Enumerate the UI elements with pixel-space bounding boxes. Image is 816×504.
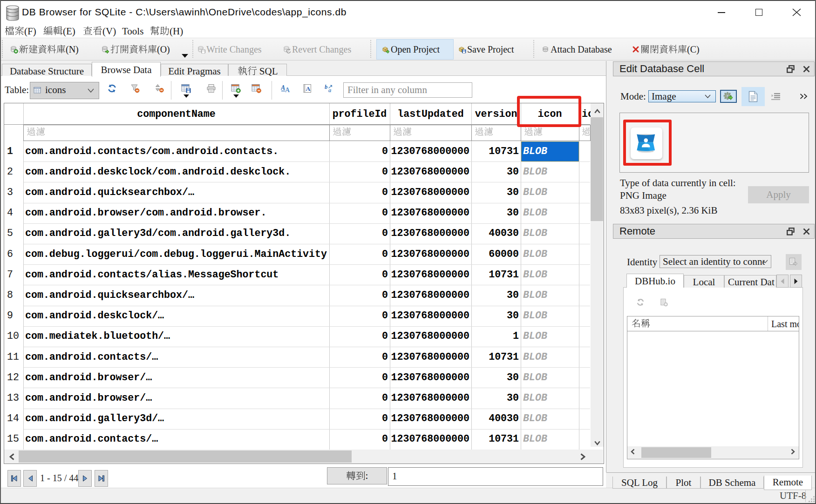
svg-text:A: A — [285, 87, 290, 93]
svg-text:A: A — [306, 85, 311, 92]
svg-text:b: b — [325, 84, 327, 90]
svg-text:A: A — [281, 84, 285, 91]
